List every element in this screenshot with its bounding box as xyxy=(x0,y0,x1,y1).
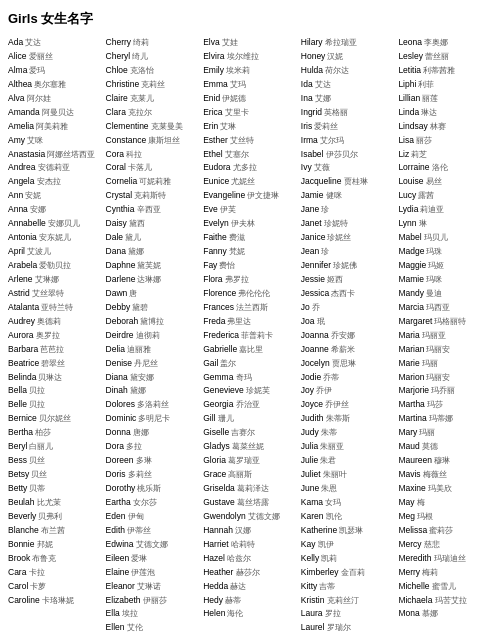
name-english: Ingrid xyxy=(301,107,322,117)
name-english: Elvira xyxy=(203,51,224,61)
list-item: Denise 丹尼丝 xyxy=(106,357,200,371)
list-item: Faithe 费滋 xyxy=(203,231,297,245)
name-english: Lydia xyxy=(398,204,418,214)
name-chinese: 莉芝 xyxy=(409,150,427,159)
name-english: Ada xyxy=(8,37,23,47)
list-item: Bertha 柏莎 xyxy=(8,426,102,440)
name-chinese: 玛丽安 xyxy=(424,345,450,354)
page-title: Girls 女生名字 xyxy=(8,10,492,28)
name-english: Ellen xyxy=(106,622,125,632)
name-chinese: 梅莉 xyxy=(420,568,438,577)
list-item: Letitia 利蒂茜雅 xyxy=(398,64,492,78)
name-chinese: 吉赛尔 xyxy=(229,428,255,437)
name-english: Irma xyxy=(301,135,318,145)
name-english: Dawn xyxy=(106,288,128,298)
name-chinese: 科拉 xyxy=(124,150,142,159)
list-item: Harriet 哈莉特 xyxy=(203,538,297,552)
list-item: Amanda 阿曼贝达 xyxy=(8,106,102,120)
list-item: Brook 布鲁克 xyxy=(8,552,102,566)
name-chinese: 芭芭拉 xyxy=(38,345,64,354)
list-item: Dorothy 桃乐斯 xyxy=(106,482,200,496)
name-english: Eden xyxy=(106,511,126,521)
name-chinese: 女玛 xyxy=(323,498,341,507)
list-item: Jennifer 珍妮佛 xyxy=(301,259,395,273)
name-english: Dana xyxy=(106,246,126,256)
list-item: Dana 黛娜 xyxy=(106,245,200,259)
list-item: Mavis 梅薇丝 xyxy=(398,468,492,482)
name-english: Faithe xyxy=(203,232,227,242)
name-chinese: 艾玛 xyxy=(228,80,246,89)
list-item: Bella 贝拉 xyxy=(8,384,102,398)
name-chinese: 绮莉 xyxy=(131,38,149,47)
name-chinese: 荷尔达 xyxy=(323,66,349,75)
list-item: Lindsay 林赛 xyxy=(398,120,492,134)
name-english: Denise xyxy=(106,358,132,368)
name-chinese: 伊夫林 xyxy=(229,219,255,228)
name-chinese: 朱君 xyxy=(318,456,336,465)
name-english: Bonnie xyxy=(8,539,34,549)
list-item: Lorraine 洛伦 xyxy=(398,161,492,175)
name-english: Jessica xyxy=(301,288,329,298)
name-english: Jodie xyxy=(301,372,321,382)
name-chinese: 葛罗瑞亚 xyxy=(226,456,260,465)
list-item: Julie 朱君 xyxy=(301,454,395,468)
list-item: Delia 迪丽雅 xyxy=(106,343,200,357)
name-english: Lillian xyxy=(398,93,420,103)
name-chinese: 黛碧 xyxy=(130,303,148,312)
name-english: Dora xyxy=(106,441,124,451)
name-chinese: 女尔莎 xyxy=(131,498,157,507)
list-item: Michaela 玛苦艾拉 xyxy=(398,594,492,608)
name-english: Leona xyxy=(398,37,422,47)
name-english: Margaret xyxy=(398,316,432,326)
list-item: Emma 艾玛 xyxy=(203,78,297,92)
name-chinese: 穆琳 xyxy=(432,456,450,465)
list-item: Alva 阿尔娃 xyxy=(8,92,102,106)
list-item: Linda 琳达 xyxy=(398,106,492,120)
name-english: Freda xyxy=(203,316,225,326)
list-item: Ida 艾达 xyxy=(301,78,395,92)
list-item: Melissa 蜜莉莎 xyxy=(398,524,492,538)
name-english: Jamie xyxy=(301,190,324,200)
list-item: Beatrice 碧翠丝 xyxy=(8,357,102,371)
list-item: Florence 弗伦伦伦 xyxy=(203,287,297,301)
list-item: Arlene 艾琳娜 xyxy=(8,273,102,287)
name-english: Darlene xyxy=(106,274,136,284)
name-chinese: 贝尔妮丝 xyxy=(37,414,71,423)
name-chinese: 玛美欣 xyxy=(426,484,452,493)
name-english: Christine xyxy=(106,79,140,89)
list-item: Hedy 赫蒂 xyxy=(203,594,297,608)
list-item: Eudora 尤多拉 xyxy=(203,161,297,175)
name-english: Arabela xyxy=(8,260,37,270)
name-english: Gemma xyxy=(203,372,233,382)
list-item: Clementine 克莱曼美 xyxy=(106,120,200,134)
name-chinese: 罗瑞尔 xyxy=(324,623,350,632)
name-chinese: 贝弗利 xyxy=(36,512,62,521)
name-english: Gustave xyxy=(203,497,235,507)
name-english: Atalanta xyxy=(8,302,39,312)
name-chinese: 唐娜 xyxy=(131,428,149,437)
name-english: Giselle xyxy=(203,427,229,437)
list-item: Elva 艾娃 xyxy=(203,36,297,50)
name-english: Mandy xyxy=(398,288,424,298)
name-chinese: 黛博拉 xyxy=(138,317,164,326)
name-english: Louise xyxy=(398,176,423,186)
list-item: Anastasia 阿娜丝塔西亚 xyxy=(8,148,102,162)
name-chinese: 尤妮丝 xyxy=(229,177,255,186)
list-item: Georgia 乔治亚 xyxy=(203,398,297,412)
name-chinese: 奥尔塞雅 xyxy=(32,80,66,89)
name-english: Eileen xyxy=(106,553,130,563)
name-chinese: 安杰拉 xyxy=(34,177,60,186)
name-chinese: 伊芙 xyxy=(218,205,236,214)
list-item: Eleanor 艾琳诺 xyxy=(106,580,200,594)
name-chinese: 阿尔娃 xyxy=(25,94,51,103)
name-english: Carol xyxy=(8,581,28,591)
name-chinese: 爱莉丝 xyxy=(312,122,338,131)
name-english: Gwendolyn xyxy=(203,511,246,521)
name-chinese: 多莉丝 xyxy=(125,470,151,479)
name-english: Caroline xyxy=(8,595,40,605)
name-chinese: 黛安娜 xyxy=(128,373,154,382)
name-chinese: 唐 xyxy=(127,289,137,298)
list-item: Ivy 艾薇 xyxy=(301,161,395,175)
name-chinese: 安妮 xyxy=(23,191,41,200)
name-chinese: 贝拉 xyxy=(27,386,45,395)
